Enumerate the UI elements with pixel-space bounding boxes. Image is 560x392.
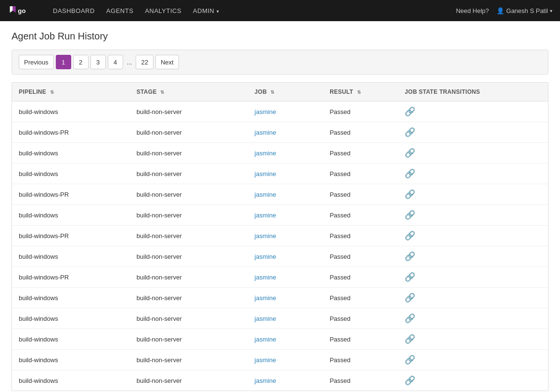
job-link[interactable]: jasmine [255,150,276,157]
cell-job-state-transitions[interactable]: 🔗 [398,101,548,122]
job-link[interactable]: jasmine [255,253,276,260]
job-link[interactable]: jasmine [255,336,276,343]
cell-job: jasmine [248,350,323,370]
job-state-link-icon[interactable]: 🔗 [405,127,415,137]
help-link[interactable]: Need Help? [456,7,489,14]
cell-job-state-transitions[interactable]: 🔗 [398,122,548,143]
nav-agents[interactable]: AGENTS [102,5,138,16]
cell-job-state-transitions[interactable]: 🔗 [398,184,548,205]
cell-stage: build-non-server [130,246,248,267]
cell-job: jasmine [248,122,323,143]
cell-stage: build-non-server [130,164,248,184]
cell-stage: build-non-server [130,205,248,226]
cell-job-state-transitions[interactable]: 🔗 [398,370,548,391]
job-link[interactable]: jasmine [255,129,276,136]
job-state-link-icon[interactable]: 🔗 [405,231,415,240]
table-row: build-windowsbuild-non-serverjasminePass… [12,143,548,164]
pagination-page-4[interactable]: 4 [108,55,123,69]
cell-result: Passed [323,143,398,164]
pagination-page-1[interactable]: 1 [56,55,71,69]
cell-job-state-transitions[interactable]: 🔗 [398,143,548,164]
user-name: Ganesh S Patil [506,7,548,14]
cell-job-state-transitions[interactable]: 🔗 [398,267,548,288]
cell-job: jasmine [248,143,323,164]
cell-result: Passed [323,370,398,391]
svg-marker-1 [13,6,16,13]
job-link[interactable]: jasmine [255,232,276,240]
cell-result: Passed [323,164,398,184]
job-link[interactable]: jasmine [255,377,276,384]
cell-job: jasmine [248,164,323,184]
column-header-job[interactable]: JOB ⇅ [248,83,323,101]
job-state-link-icon[interactable]: 🔗 [405,314,415,323]
table-row: build-windows-PRbuild-non-serverjasmineP… [12,226,548,246]
cell-job: jasmine [248,246,323,267]
cell-pipeline: build-windows [12,350,130,370]
cell-pipeline: build-windows [12,288,130,308]
sort-icon-result: ⇅ [357,89,361,95]
job-state-link-icon[interactable]: 🔗 [405,252,415,261]
sort-icon-pipeline: ⇅ [50,89,54,95]
pagination-bar: Previous 1 2 3 4 ... 22 Next [12,50,548,75]
cell-result: Passed [323,246,398,267]
job-link[interactable]: jasmine [255,191,276,198]
logo[interactable]: go [8,4,37,17]
table-row: build-windows-PRbuild-non-serverjasmineP… [12,122,548,143]
sort-icon-stage: ⇅ [160,89,164,95]
cell-job-state-transitions[interactable]: 🔗 [398,329,548,350]
job-link[interactable]: jasmine [255,356,276,364]
job-state-link-icon[interactable]: 🔗 [405,190,415,199]
cell-pipeline: build-windows-PR [12,226,130,246]
job-state-link-icon[interactable]: 🔗 [405,355,415,365]
job-state-link-icon[interactable]: 🔗 [405,107,415,116]
job-link[interactable]: jasmine [255,108,276,115]
job-state-link-icon[interactable]: 🔗 [405,169,415,178]
pagination-ellipsis: ... [125,55,134,69]
column-header-stage[interactable]: STAGE ⇅ [130,83,248,101]
job-state-link-icon[interactable]: 🔗 [405,376,415,385]
nav-admin[interactable]: ADMIN ▾ [188,5,224,16]
cell-result: Passed [323,329,398,350]
job-link[interactable]: jasmine [255,274,276,281]
job-state-link-icon[interactable]: 🔗 [405,210,415,220]
cell-job-state-transitions[interactable]: 🔗 [398,205,548,226]
cell-job-state-transitions[interactable]: 🔗 [398,246,548,267]
cell-job: jasmine [248,267,323,288]
pagination-previous[interactable]: Previous [19,55,54,69]
job-link[interactable]: jasmine [255,315,276,322]
job-link[interactable]: jasmine [255,294,276,302]
top-navigation: go DASHBOARD AGENTS ANALYTICS ADMIN ▾ Ne… [0,0,560,21]
cell-result: Passed [323,101,398,122]
cell-job-state-transitions[interactable]: 🔗 [398,350,548,370]
job-link[interactable]: jasmine [255,212,276,219]
table-row: build-windowsbuild-non-serverjasminePass… [12,101,548,122]
cell-job-state-transitions[interactable]: 🔗 [398,226,548,246]
sort-icon-job: ⇅ [270,89,274,95]
cell-job-state-transitions[interactable]: 🔗 [398,308,548,329]
nav-dashboard[interactable]: DASHBOARD [48,5,100,16]
cell-pipeline: build-windows [12,205,130,226]
job-state-link-icon[interactable]: 🔗 [405,334,415,344]
job-state-link-icon[interactable]: 🔗 [405,272,415,282]
cell-job: jasmine [248,308,323,329]
column-header-result[interactable]: RESULT ⇅ [323,83,398,101]
nav-analytics[interactable]: ANALYTICS [140,5,186,16]
user-menu[interactable]: 👤 Ganesh S Patil ▾ [496,7,552,14]
cell-pipeline: build-windows [12,370,130,391]
job-state-link-icon[interactable]: 🔗 [405,293,415,303]
cell-job-state-transitions[interactable]: 🔗 [398,288,548,308]
cell-pipeline: build-windows-PR [12,267,130,288]
pagination-page-22[interactable]: 22 [136,55,153,69]
job-state-link-icon[interactable]: 🔗 [405,148,415,158]
cell-stage: build-non-server [130,226,248,246]
cell-job-state-transitions[interactable]: 🔗 [398,164,548,184]
pagination-next[interactable]: Next [155,55,179,69]
svg-text:go: go [18,7,26,14]
job-link[interactable]: jasmine [255,170,276,177]
pagination-page-3[interactable]: 3 [90,55,106,69]
cell-stage: build-non-server [130,370,248,391]
pagination-page-2[interactable]: 2 [73,55,89,69]
cell-result: Passed [323,122,398,143]
table-row: build-windowsbuild-non-serverjasminePass… [12,308,548,329]
column-header-pipeline[interactable]: PIPELINE ⇅ [12,83,130,101]
